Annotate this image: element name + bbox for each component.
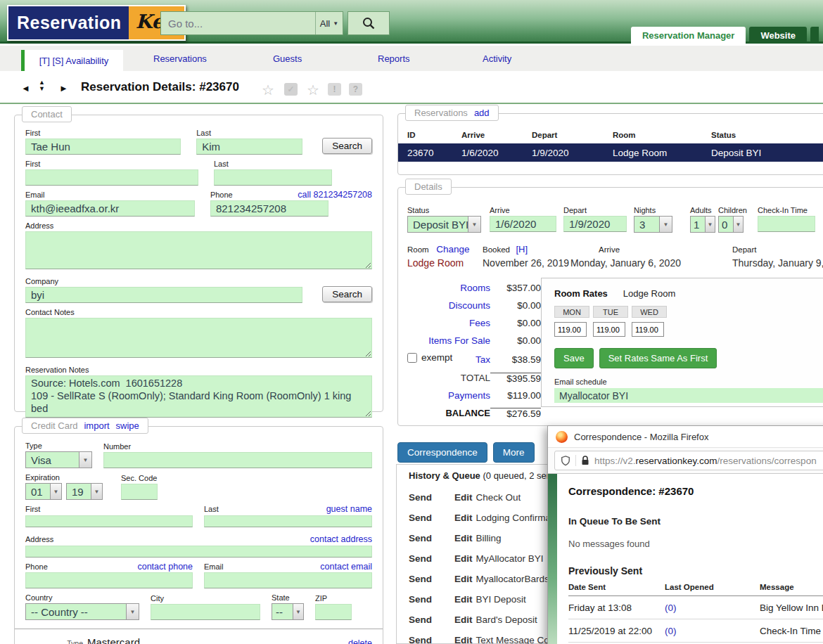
search-button[interactable] — [347, 11, 390, 35]
send-link[interactable]: Send — [409, 614, 454, 625]
opened-count-link[interactable]: (0) — [665, 603, 760, 613]
contact-phone-link[interactable]: contact phone — [137, 562, 193, 572]
status-select[interactable]: Deposit BYI▼ — [407, 216, 481, 233]
set-rates-same-button[interactable]: Set Rates Same As First — [599, 348, 717, 368]
exp-year-select[interactable]: 19▼ — [66, 483, 103, 500]
company-input[interactable] — [25, 287, 302, 303]
sec-code-input[interactable] — [121, 484, 158, 500]
sent-row[interactable]: Friday at 13:08 (0) Big Yellow Inn Depos — [568, 596, 823, 619]
nav-tab-reservations[interactable]: Reservations — [153, 53, 207, 64]
fees-link[interactable]: Fees — [412, 318, 490, 328]
cc-first-input[interactable] — [25, 515, 193, 527]
up-down-spinner-icon[interactable]: ▲▼ — [39, 79, 45, 92]
send-link[interactable]: Send — [409, 574, 454, 584]
phone-input[interactable] — [210, 200, 328, 217]
edit-link[interactable]: Edit — [454, 594, 473, 605]
send-link[interactable]: Send — [409, 533, 454, 543]
email-schedule-select[interactable]: Myallocator BYI — [554, 388, 823, 403]
cc-last-input[interactable] — [204, 515, 372, 527]
rate-wed-input[interactable] — [632, 322, 664, 337]
call-phone-link[interactable]: call 821234257208 — [298, 190, 372, 200]
swipe-card-link[interactable]: swipe — [116, 420, 139, 431]
last2-input[interactable] — [214, 169, 332, 186]
reservation-notes-textarea[interactable]: Source: Hotels.com 1601651228 109 - Sell… — [25, 375, 372, 418]
send-link[interactable]: Send — [409, 553, 454, 564]
cc-email-input[interactable] — [204, 572, 372, 588]
address-textarea[interactable] — [25, 231, 372, 269]
save-rates-button[interactable]: Save — [554, 348, 594, 368]
cc-address-input[interactable] — [25, 546, 372, 558]
nav-tab-reports[interactable]: Reports — [378, 53, 410, 64]
delete-card-link[interactable]: delete — [348, 638, 372, 644]
nights-select[interactable]: 3▼ — [634, 216, 672, 233]
nav-tab-guests[interactable]: Guests — [273, 53, 302, 64]
edit-link[interactable]: Edit — [454, 533, 473, 543]
popup-titlebar[interactable]: Correspondence - Mozilla Firefox — [548, 426, 823, 448]
contact-search-button[interactable]: Search — [322, 138, 372, 154]
checkin-time-input[interactable] — [758, 216, 815, 232]
send-link[interactable]: Send — [409, 635, 454, 644]
contact-address-link[interactable]: contact address — [310, 534, 372, 544]
search-input[interactable] — [161, 12, 315, 34]
email-input[interactable] — [25, 200, 195, 217]
alert-icon[interactable]: ! — [328, 83, 341, 96]
edit-link[interactable]: Edit — [454, 614, 473, 625]
city-input[interactable] — [151, 604, 260, 620]
reservation-row[interactable]: 23670 1/6/2020 1/9/2020 Lodge Room Depos… — [398, 143, 823, 162]
change-room-link[interactable]: Change — [436, 244, 469, 255]
booked-history-link[interactable]: [H] — [516, 244, 528, 255]
card-number-input[interactable] — [103, 452, 372, 468]
opened-count-link[interactable]: (0) — [665, 626, 760, 636]
edit-link[interactable]: Edit — [454, 492, 473, 503]
discounts-link[interactable]: Discounts — [412, 300, 490, 311]
last-name-input[interactable] — [196, 139, 302, 155]
card-type-select[interactable]: Visa▼ — [25, 451, 92, 468]
tab-reservation-manager[interactable]: Reservation Manager — [631, 27, 746, 44]
cc-phone-input[interactable] — [25, 572, 193, 588]
zip-input[interactable] — [315, 604, 352, 620]
state-select[interactable]: --▼ — [272, 603, 304, 620]
nav-tab-activity[interactable]: Activity — [483, 53, 511, 64]
nav-tab-availability[interactable]: [T] [S] Availability — [21, 50, 123, 71]
items-for-sale-link[interactable]: Items For Sale — [412, 335, 490, 346]
contact-email-link[interactable]: contact email — [320, 562, 372, 572]
next-reservation-arrow-icon[interactable]: ► — [59, 83, 68, 94]
guest-name-link[interactable]: guest name — [326, 504, 372, 514]
send-link[interactable]: Send — [409, 513, 454, 523]
star-icon-2[interactable]: ☆ — [307, 82, 319, 98]
rate-mon-input[interactable] — [554, 322, 587, 337]
payments-link[interactable]: Payments — [412, 390, 490, 401]
rate-tue-input[interactable] — [593, 322, 625, 337]
country-select[interactable]: -- Country --▼ — [25, 603, 139, 620]
send-link[interactable]: Send — [409, 594, 454, 605]
company-search-button[interactable]: Search — [322, 286, 372, 302]
first2-input[interactable] — [25, 169, 198, 186]
shield-icon[interactable] — [561, 456, 570, 466]
add-reservation-link[interactable]: add — [474, 108, 490, 118]
tab-website[interactable]: Website — [749, 27, 807, 44]
depart-input[interactable] — [563, 216, 627, 232]
exp-month-select[interactable]: 01▼ — [25, 483, 62, 500]
adults-select[interactable]: 1▼ — [690, 216, 715, 233]
edit-link[interactable]: Edit — [454, 574, 473, 584]
rooms-link[interactable]: Rooms — [412, 283, 490, 293]
arrive-input[interactable] — [490, 216, 556, 232]
star-icon[interactable]: ☆ — [262, 82, 274, 98]
prev-reservation-arrow-icon[interactable]: ◄ — [21, 83, 30, 94]
tax-exempt-checkbox[interactable] — [407, 353, 417, 363]
help-icon[interactable]: ? — [349, 83, 362, 96]
check-icon[interactable]: ✓ — [284, 83, 298, 96]
correspondence-button[interactable]: Correspondence — [397, 442, 487, 463]
sent-row[interactable]: 11/25/2019 at 22:00 (0) Check-In Time Bi… — [568, 619, 823, 643]
more-button[interactable]: More — [493, 442, 535, 463]
edit-link[interactable]: Edit — [454, 513, 473, 523]
children-select[interactable]: 0▼ — [718, 216, 744, 233]
edit-link[interactable]: Edit — [454, 553, 473, 564]
send-link[interactable]: Send — [409, 492, 454, 503]
contact-notes-textarea[interactable] — [25, 318, 372, 358]
url-field[interactable]: https://v2.reservationkey.com/reservatio… — [554, 451, 823, 470]
tax-link[interactable]: Tax — [457, 354, 490, 365]
first-name-input[interactable] — [25, 139, 181, 155]
edit-link[interactable]: Edit — [454, 635, 473, 644]
search-scope-dropdown[interactable]: All ▼ — [315, 12, 343, 34]
